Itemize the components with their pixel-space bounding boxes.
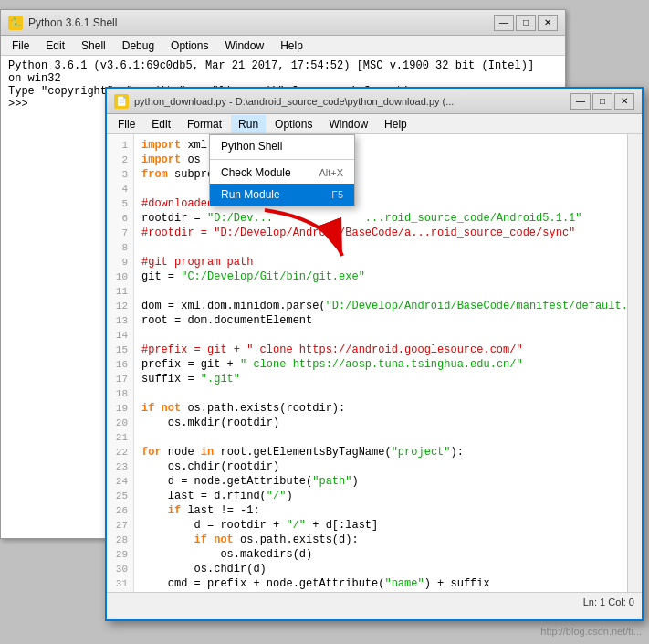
code-editor[interactable]: import xml.dom.mi... import os from subp…	[134, 134, 627, 592]
editor-minimize-button[interactable]: —	[570, 93, 591, 110]
editor-titlebar-left: 📄 python_download.py - D:\android_source…	[114, 94, 454, 109]
editor-title: python_download.py - D:\android_source_c…	[134, 96, 454, 107]
shell-titlebar-controls: — □ ✕	[494, 15, 558, 31]
editor-titlebar: 📄 python_download.py - D:\android_source…	[107, 89, 642, 114]
check-module-label: Check Module	[221, 166, 291, 179]
editor-menu-help[interactable]: Help	[377, 115, 414, 133]
editor-statusbar: Ln: 1 Col: 0	[107, 592, 642, 610]
dropdown-check-module[interactable]: Check Module Alt+X	[210, 162, 354, 184]
status-position: Ln: 1 Col: 0	[583, 596, 634, 607]
shell-titlebar-left: 🐍 Python 3.6.1 Shell	[8, 16, 117, 30]
watermark: http://blog.csdn.net/ti...	[540, 626, 642, 637]
editor-titlebar-controls: — □ ✕	[570, 93, 634, 110]
python-icon: 🐍	[8, 16, 23, 30]
editor-content: 1234567891011121314151617181920212223242…	[107, 134, 642, 592]
shell-output-line2: on win32	[8, 72, 558, 85]
editor-maximize-button[interactable]: □	[592, 93, 612, 110]
shell-menu-help[interactable]: Help	[273, 37, 310, 55]
shell-menu-file[interactable]: File	[5, 37, 37, 55]
shell-maximize-button[interactable]: □	[516, 15, 536, 31]
shell-menubar: File Edit Shell Debug Options Window Hel…	[1, 36, 565, 56]
editor-menu-window[interactable]: Window	[321, 115, 375, 133]
editor-menu-edit[interactable]: Edit	[144, 115, 178, 133]
shell-menu-debug[interactable]: Debug	[115, 37, 162, 55]
vertical-scrollbar[interactable]	[627, 134, 642, 592]
editor-menu-format[interactable]: Format	[180, 115, 229, 133]
check-module-shortcut: Alt+X	[319, 167, 343, 178]
dropdown-python-shell[interactable]: Python Shell	[210, 135, 354, 157]
dropdown-run-module[interactable]: Run Module F5	[210, 184, 354, 206]
run-module-shortcut: F5	[331, 189, 343, 200]
editor-window: 📄 python_download.py - D:\android_source…	[105, 87, 644, 621]
editor-menu-options[interactable]: Options	[267, 115, 319, 133]
editor-file-icon: 📄	[114, 94, 129, 109]
shell-menu-shell[interactable]: Shell	[74, 37, 113, 55]
shell-menu-edit[interactable]: Edit	[38, 37, 72, 55]
shell-menu-window[interactable]: Window	[217, 37, 271, 55]
python-shell-label: Python Shell	[221, 140, 282, 153]
editor-menubar: File Edit Format Run Options Window Help…	[107, 114, 642, 134]
run-dropdown-menu: Python Shell Check Module Alt+X Run Modu…	[209, 134, 355, 206]
shell-minimize-button[interactable]: —	[494, 15, 514, 31]
shell-titlebar: 🐍 Python 3.6.1 Shell — □ ✕	[1, 10, 565, 36]
editor-menu-run[interactable]: Run	[231, 115, 266, 133]
editor-menu-file[interactable]: File	[110, 115, 142, 133]
shell-menu-options[interactable]: Options	[163, 37, 215, 55]
shell-output-line1: Python 3.6.1 (v3.6.1:69c0db5, Mar 21 201…	[8, 59, 558, 72]
editor-close-button[interactable]: ✕	[614, 93, 634, 110]
line-numbers: 1234567891011121314151617181920212223242…	[107, 134, 134, 592]
run-module-label: Run Module	[221, 188, 280, 201]
shell-title: Python 3.6.1 Shell	[28, 16, 117, 29]
shell-close-button[interactable]: ✕	[538, 15, 558, 31]
dropdown-separator-1	[210, 159, 354, 160]
